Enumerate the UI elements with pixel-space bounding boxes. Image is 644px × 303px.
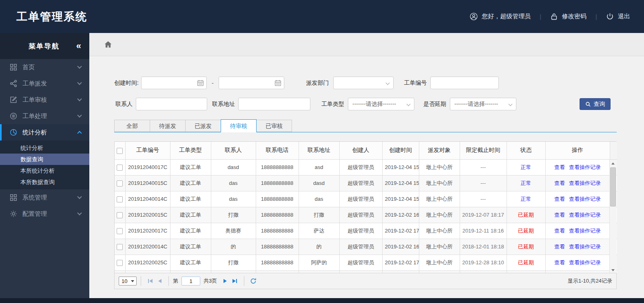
logout-button[interactable]: 退出 (606, 13, 630, 20)
row-checkbox[interactable] (117, 196, 123, 202)
change-password-button[interactable]: 修改密码 (550, 13, 586, 20)
view-link[interactable]: 查看 (554, 180, 565, 186)
sidebar-item[interactable]: 统计分析 (0, 124, 89, 141)
scrollbar-thumb[interactable] (610, 167, 616, 206)
cell-creator: 超级管理员 (339, 255, 382, 270)
sidebar-item-label: 系统管理 (22, 194, 78, 202)
orders-table-body: 201912040017C建议工单dasd18888888888asd超级管理员… (115, 159, 617, 273)
search-button[interactable]: 查询 (580, 98, 611, 110)
sidebar-collapse-icon[interactable]: « (76, 42, 81, 50)
cell-target: 墩上中心所 (419, 207, 460, 223)
cell-order-no: 201912020017C (125, 223, 170, 239)
tab[interactable]: 已审核 (256, 120, 292, 132)
sidebar-item[interactable]: 首页 (0, 59, 89, 75)
cell-created: 2019-12-04 15 (382, 191, 419, 207)
last-page-button[interactable] (232, 279, 237, 283)
cell-deadline: 2019-12-07 18:17 (460, 207, 507, 223)
order-type-select[interactable]: -------请选择------- (348, 98, 414, 110)
first-page-button[interactable] (148, 279, 153, 283)
cell-phone: 18888888888 (256, 223, 299, 239)
sidebar-item[interactable]: 工单派发 (0, 75, 89, 92)
tab[interactable]: 待审核 (221, 119, 257, 132)
cell-created: 2019-12-02 17 (382, 223, 419, 239)
row-checkbox[interactable] (117, 260, 123, 266)
table-row: 201912040014C建议工单das18888888888das超级管理员2… (115, 191, 617, 207)
sidebar-item-label: 首页 (22, 64, 78, 71)
view-log-link[interactable]: 查看操作记录 (569, 259, 601, 266)
cell-address: dasd (299, 175, 339, 191)
view-link[interactable]: 查看 (554, 244, 565, 250)
cell-address: 的 (299, 239, 339, 255)
view-log-link[interactable]: 查看操作记录 (569, 164, 601, 170)
chevron-down-icon (407, 102, 411, 106)
sidebar-item-label: 配置管理 (22, 210, 78, 218)
chevron-icon (77, 194, 82, 199)
tab[interactable]: 待派发 (150, 120, 186, 132)
sidebar-item-label: 工单派发 (22, 80, 78, 88)
sidebar-item[interactable]: 配置管理 (0, 206, 89, 222)
chevron-icon (77, 131, 82, 135)
column-header: 联系电话 (256, 142, 299, 159)
cell-address: 阿萨的 (299, 255, 339, 270)
is-delayed-select[interactable]: -------请选择------- (450, 98, 516, 110)
row-checkbox[interactable] (117, 228, 123, 234)
separator: | (540, 13, 541, 20)
scroll-down-arrow-icon[interactable] (610, 267, 616, 273)
column-header: 创建人 (339, 142, 382, 159)
view-link[interactable]: 查看 (554, 164, 565, 170)
next-page-button[interactable] (224, 279, 227, 283)
sidebar-subitem[interactable]: 统计分析 (0, 142, 89, 154)
sidebar-item[interactable]: 系统管理 (0, 189, 89, 206)
cell-deadline: 2019-12-11 18:16 (460, 223, 507, 239)
dispatch-dept-select[interactable] (333, 77, 394, 89)
view-log-link[interactable]: 查看操作记录 (569, 196, 601, 202)
view-log-link[interactable]: 查看操作记录 (569, 180, 601, 186)
row-checkbox[interactable] (117, 244, 123, 250)
view-link[interactable]: 查看 (554, 259, 565, 266)
order-no-input[interactable] (430, 77, 499, 89)
cell-order-no: 201912040015C (125, 175, 170, 191)
cell-contact: 的 (211, 239, 256, 255)
status-badge: 正常 (507, 159, 545, 175)
sidebar-subitem[interactable]: 本所统计分析 (0, 165, 89, 176)
footer-bar (0, 298, 644, 303)
row-checkbox[interactable] (117, 180, 123, 187)
sidebar-subitem[interactable]: 数据查询 (0, 154, 89, 165)
cell-contact: das (211, 175, 256, 191)
view-log-link[interactable]: 查看操作记录 (569, 228, 601, 234)
tab[interactable]: 已派发 (185, 120, 221, 132)
page-size-select[interactable]: 10 (119, 277, 137, 285)
home-icon[interactable] (104, 40, 112, 48)
sidebar-item[interactable]: 工单处理 (0, 108, 89, 124)
view-link[interactable]: 查看 (554, 196, 565, 202)
sidebar-subitem[interactable]: 本所数据查询 (0, 176, 89, 188)
row-checkbox[interactable] (117, 165, 123, 171)
cell-created: 2019-12-04 15 (382, 159, 419, 175)
order-type-label: 工单类型 (321, 101, 344, 108)
cell-order-no: 201912020025C (125, 255, 170, 270)
page-number-input[interactable] (181, 277, 200, 285)
view-link[interactable]: 查看 (554, 228, 565, 234)
user-greeting: 您好，超级管理员 (470, 13, 531, 20)
refresh-icon[interactable] (250, 278, 257, 284)
view-log-link[interactable]: 查看操作记录 (569, 212, 601, 218)
cell-phone: 18888888888 (256, 255, 299, 270)
address-input[interactable] (238, 98, 310, 110)
app-window: 工单管理系统 您好，超级管理员 | 修改密码 | 退出 (0, 0, 644, 303)
view-link[interactable]: 查看 (554, 212, 565, 218)
contact-input[interactable] (136, 98, 207, 110)
table-header-row: 工单编号工单类型联系人联系电话联系地址创建人创建时间派发对象限定截止时间状态操作 (115, 142, 617, 159)
separator: | (595, 13, 597, 20)
calendar-icon[interactable] (197, 79, 204, 86)
select-all-checkbox[interactable] (117, 148, 123, 154)
scroll-up-arrow-icon[interactable] (610, 160, 616, 167)
table-scrollbar[interactable] (609, 160, 616, 274)
sidebar-item[interactable]: 工单审核 (0, 92, 89, 108)
row-checkbox[interactable] (117, 212, 123, 218)
view-log-link[interactable]: 查看操作记录 (569, 244, 601, 250)
contact-label: 联系人 (115, 101, 133, 108)
change-password-label: 修改密码 (562, 13, 586, 20)
calendar-icon[interactable] (274, 79, 281, 86)
prev-page-button[interactable] (158, 279, 162, 283)
tab[interactable]: 全部 (114, 120, 150, 132)
